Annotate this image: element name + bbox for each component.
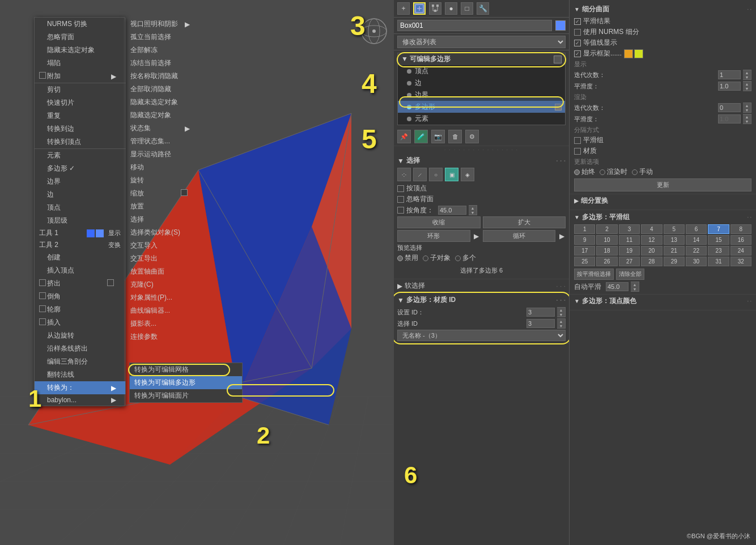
update-render[interactable]: 渲染时 [600,167,627,177]
menu-extrude[interactable]: 挤出 [35,277,125,290]
angle-input[interactable] [438,206,466,215]
auto-smooth-spinner[interactable]: ▲ ▼ [631,282,639,292]
material-name-dropdown[interactable]: 无名称 -（3） [397,330,566,341]
tools-icon[interactable]: 🔧 [477,2,489,15]
preview-off[interactable]: 禁用 [397,253,418,263]
sg-8[interactable]: 8 [730,224,751,234]
menu-insertvert[interactable]: 插入顶点 [35,264,125,277]
render-iter-spinner[interactable]: ▲ ▼ [743,103,751,113]
motion-icon[interactable]: ● [445,2,457,15]
menu-stateset[interactable]: 状态集▶ [126,122,199,135]
clear-all-sg-btn[interactable]: 清除全部 [616,269,644,280]
menu-border[interactable]: 边界 [35,175,125,188]
grow-btn[interactable]: 扩大 [483,216,566,228]
material-sep-cb[interactable] [574,148,581,155]
modifier-dropdown[interactable]: 修改器列表 [397,36,566,48]
menu-create[interactable]: 创建 [35,251,125,264]
sg-20[interactable]: 20 [641,246,662,256]
menu-repeat[interactable]: 重复 [35,109,125,122]
sg-30[interactable]: 30 [686,257,707,266]
update-manual-radio[interactable] [632,169,638,175]
menu-triangulate[interactable]: 编辑三角剖分 [35,355,125,368]
sg-1[interactable]: 1 [574,224,595,234]
camera-btn[interactable]: 📷 [431,130,445,143]
loop-btn[interactable]: 循环 [483,230,556,242]
sg-9[interactable]: 9 [574,235,595,245]
show-frame-cb[interactable] [574,50,581,57]
menu-interactive-export[interactable]: 交互导出 [126,252,199,265]
menu-hide-sel[interactable]: 隐藏选定对象 [126,109,199,122]
sg-24[interactable]: 24 [730,246,751,256]
soft-select-section[interactable]: ▶ 软选择 · · · [394,279,569,293]
menu-unfreeze-sel[interactable]: 冻结当前选择 [126,57,199,70]
submenu-to-editable-patch[interactable]: 转换为可编辑面片 [130,389,242,402]
sg-2[interactable]: 2 [596,224,617,234]
menu-connect-params[interactable]: 连接参数 [126,330,199,343]
display-smooth-input[interactable] [718,82,741,91]
modifier-editable-poly-header[interactable]: ▼ 可编辑多边形 [398,53,565,65]
auto-smooth-input[interactable] [606,282,628,291]
d-sm-up[interactable]: ▲ [743,82,751,86]
sg-18[interactable]: 18 [596,246,617,256]
preview-sub[interactable]: 子对象 [423,253,451,263]
sel-polygon-icon[interactable]: ▣ [445,168,458,181]
sg-26[interactable]: 26 [596,257,617,266]
by-vertex-cb[interactable] [397,185,404,192]
update-always[interactable]: 始终 [574,167,595,177]
sg-3[interactable]: 3 [619,224,640,234]
sg-11[interactable]: 11 [619,235,640,245]
menu-unhide-all[interactable]: 全部取消隐藏 [126,83,199,96]
menu-element[interactable]: 元素 [35,148,125,162]
frame-color-1[interactable] [624,49,633,58]
update-render-radio[interactable] [600,169,605,175]
pin-btn[interactable]: 📌 [397,130,411,143]
displacement-header[interactable]: ▶ 细分置换 [574,196,751,206]
preview-off-radio[interactable] [397,256,403,261]
preview-sub-radio[interactable] [423,256,428,261]
set-id-spinner[interactable]: ▲ ▼ [557,307,566,317]
angle-down[interactable]: ▼ [469,210,477,215]
sg-17[interactable]: 17 [574,246,595,256]
menu-quickslice[interactable]: 快速切片 [35,96,125,109]
r-iter-down[interactable]: ▼ [743,108,751,112]
r-sm-up[interactable]: ▲ [743,114,751,119]
menu-edge[interactable]: 边 [35,188,125,201]
frame-color-2[interactable] [634,49,643,58]
set-id-down[interactable]: ▼ [557,312,565,317]
menu-isolate[interactable]: 孤立当前选择 [126,31,199,44]
r-iter-up[interactable]: ▲ [743,103,751,108]
preview-multi-radio[interactable] [455,256,461,261]
menu-move[interactable]: 移动 [126,161,199,174]
modifier-element[interactable]: 元素 [398,113,565,125]
context-menu-left[interactable]: NURMS 切换 忽略背面 隐藏未选定对象 塌陷 附加 ▶ 剪切 快速切片 [34,17,125,406]
auto-sm-down[interactable]: ▼ [631,287,639,291]
object-name-input[interactable] [397,20,552,31]
by-angle-cb[interactable] [397,207,404,214]
object-color-swatch[interactable] [555,20,566,31]
menu-bevel[interactable]: 倒角 [35,290,125,303]
soft-select-header[interactable]: ▶ 软选择 · · · [397,281,566,291]
update-always-radio[interactable] [574,169,580,175]
sg-14[interactable]: 14 [686,235,707,245]
menu-motion-path[interactable]: 显示运动路径 [126,148,199,161]
menu-dope-sheet[interactable]: 摄影表... [126,317,199,330]
display-smooth-spinner[interactable]: ▲ ▼ [743,81,751,91]
test-btn[interactable]: 🧪 [414,130,428,143]
add-modifier-icon[interactable]: + [397,2,410,15]
sg-28[interactable]: 28 [641,257,662,266]
menu-unhide-name[interactable]: 按名称取消隐藏 [126,70,199,83]
sel-border-icon[interactable]: ○ [429,168,443,181]
menu-place[interactable]: 放置 [126,200,199,213]
smooth-result-cb[interactable] [574,18,581,25]
isoline-cb[interactable] [574,40,581,46]
render-smooth-input[interactable] [718,114,741,124]
menu-attach[interactable]: 附加 ▶ [35,70,125,83]
select-section-header[interactable]: ▼ 选择 · · · [397,156,566,165]
menu-tovert[interactable]: 转换到顶点 [35,135,125,148]
hierarchy-icon[interactable] [429,2,441,15]
set-id-up[interactable]: ▲ [557,308,565,312]
display-iter-spinner[interactable]: ▲ ▼ [743,70,751,80]
sg-15[interactable]: 15 [708,235,729,245]
d-iter-down[interactable]: ▼ [743,75,751,79]
sg-10[interactable]: 10 [596,235,617,245]
